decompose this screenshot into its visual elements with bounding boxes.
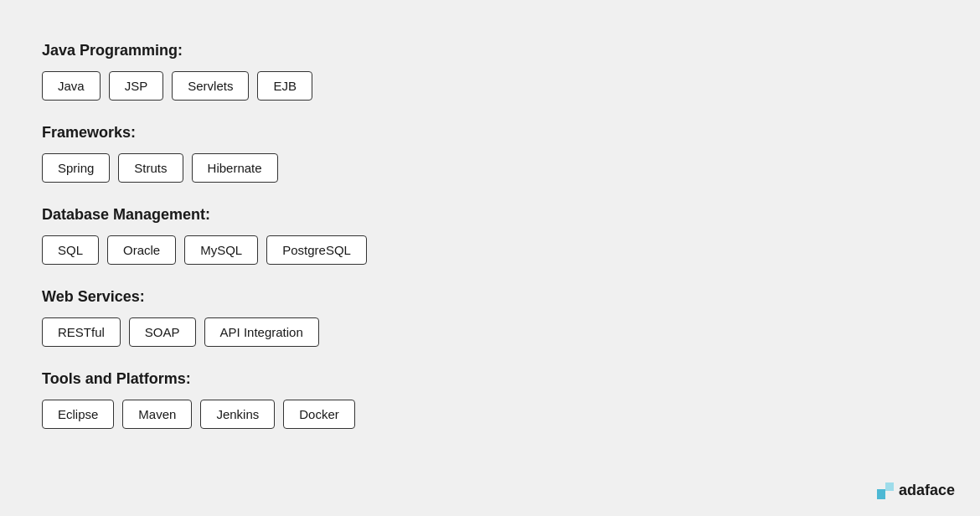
- tag-mysql[interactable]: MySQL: [184, 235, 258, 265]
- tag-java[interactable]: Java: [42, 71, 101, 101]
- tag-struts[interactable]: Struts: [118, 153, 183, 183]
- tag-soap[interactable]: SOAP: [129, 317, 196, 347]
- svg-rect-0: [877, 489, 885, 499]
- svg-rect-1: [885, 482, 894, 491]
- tag-oracle[interactable]: Oracle: [107, 235, 176, 265]
- section-database-management: Database Management:SQLOracleMySQLPostgr…: [42, 206, 938, 265]
- tag-restful[interactable]: RESTful: [42, 317, 121, 347]
- section-title-web-services: Web Services:: [42, 288, 938, 306]
- section-tools-platforms: Tools and Platforms:EclipseMavenJenkinsD…: [42, 370, 938, 429]
- tag-spring[interactable]: Spring: [42, 153, 110, 183]
- section-title-java-programming: Java Programming:: [42, 42, 938, 59]
- tag-servlets[interactable]: Servlets: [172, 71, 249, 101]
- tags-container-frameworks: SpringStrutsHibernate: [42, 153, 938, 183]
- tag-maven[interactable]: Maven: [122, 400, 192, 429]
- tag-docker[interactable]: Docker: [283, 400, 355, 429]
- section-title-database-management: Database Management:: [42, 206, 938, 224]
- tag-eclipse[interactable]: Eclipse: [42, 400, 114, 429]
- adaface-logo: adaface: [877, 482, 955, 499]
- section-frameworks: Frameworks:SpringStrutsHibernate: [42, 124, 938, 183]
- tags-container-database-management: SQLOracleMySQLPostgreSQL: [42, 235, 938, 265]
- section-java-programming: Java Programming:JavaJSPServletsEJB: [42, 42, 938, 101]
- tag-sql[interactable]: SQL: [42, 235, 99, 265]
- tag-postgresql[interactable]: PostgreSQL: [266, 235, 367, 265]
- tags-container-java-programming: JavaJSPServletsEJB: [42, 71, 938, 101]
- tags-container-web-services: RESTfulSOAPAPI Integration: [42, 317, 938, 347]
- tag-hibernate[interactable]: Hibernate: [192, 153, 278, 183]
- adaface-brand-text: adaface: [899, 482, 955, 499]
- section-web-services: Web Services:RESTfulSOAPAPI Integration: [42, 288, 938, 347]
- tag-api-integration[interactable]: API Integration: [204, 317, 319, 347]
- tags-container-tools-platforms: EclipseMavenJenkinsDocker: [42, 400, 938, 429]
- adaface-icon: [877, 482, 894, 499]
- tag-jsp[interactable]: JSP: [109, 71, 164, 101]
- tag-ejb[interactable]: EJB: [257, 71, 312, 101]
- tag-jenkins[interactable]: Jenkins: [200, 400, 275, 429]
- section-title-tools-platforms: Tools and Platforms:: [42, 370, 938, 388]
- main-content: Java Programming:JavaJSPServletsEJBFrame…: [0, 0, 980, 494]
- section-title-frameworks: Frameworks:: [42, 124, 938, 142]
